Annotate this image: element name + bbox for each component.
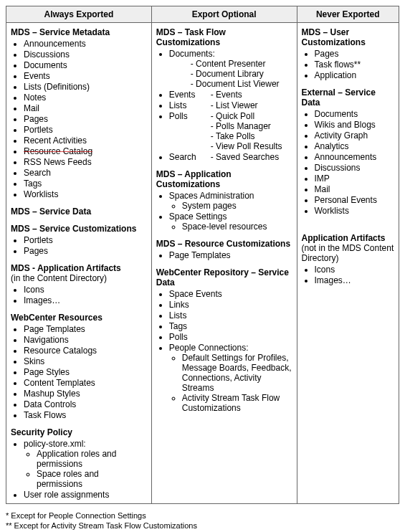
col-optional: MDS – Task Flow Customizations Documents… bbox=[151, 23, 297, 504]
list-item: Activity Graph bbox=[315, 130, 395, 141]
list-item: Personal Events bbox=[315, 195, 395, 205]
list-item: Pages bbox=[24, 114, 147, 124]
list-item: Polls bbox=[169, 332, 292, 342]
list-item: Polls Quick Poll Polls Manager Take Poll… bbox=[169, 111, 292, 151]
list-item: Portlets bbox=[24, 235, 147, 245]
header-optional: Export Optional bbox=[151, 6, 297, 23]
section-title: MDS – Task Flow Customizations bbox=[156, 27, 292, 47]
list-item: Announcements bbox=[315, 152, 395, 162]
list-item: Task Flows bbox=[24, 410, 147, 420]
list-item: policy-store.xml: Application roles and … bbox=[24, 439, 147, 489]
list-item: Lists (Definitions) bbox=[24, 82, 147, 92]
sub-item: Content Presenter bbox=[191, 59, 292, 69]
list: Portlets Pages bbox=[24, 235, 147, 256]
list-item: Resource Catalog bbox=[24, 146, 147, 156]
list-item: Task flows** bbox=[315, 60, 395, 70]
list-item: Icons bbox=[315, 265, 395, 275]
list-item: Space Settings Space-level resources bbox=[169, 212, 292, 232]
sub-item: Space roles and permissions bbox=[37, 469, 147, 489]
list-item: Lists bbox=[169, 310, 292, 320]
section-title: WebCenter Resources bbox=[11, 313, 147, 323]
list: Space Events Links Lists Tags Polls Peop… bbox=[169, 289, 292, 413]
list-item: IMP bbox=[315, 174, 395, 184]
list-item: Pages bbox=[24, 246, 147, 256]
footnote: ** Except for Activity Stream Task Flow … bbox=[6, 521, 399, 530]
sub-item: Default Settings for Profiles, Message B… bbox=[182, 353, 292, 393]
list-item: Images… bbox=[315, 275, 395, 285]
list-item: Events Events bbox=[169, 90, 292, 100]
footnotes: * Except for People Connection Settings … bbox=[6, 511, 399, 530]
header-always: Always Exported bbox=[6, 6, 152, 23]
list-item: Icons bbox=[24, 285, 147, 295]
list: policy-store.xml: Application roles and … bbox=[24, 439, 147, 500]
list-item: People Connections: Default Settings for… bbox=[169, 343, 292, 413]
sub-item: Application roles and permissions bbox=[37, 449, 147, 469]
list-item: Lists List Viewer bbox=[169, 100, 292, 110]
list-item: Resource Catalogs bbox=[24, 346, 147, 356]
section-title: MDS – Service Metadata bbox=[11, 27, 147, 37]
list: Page Templates Navigations Resource Cata… bbox=[24, 324, 147, 420]
list-item: Tags bbox=[169, 321, 292, 331]
section-title: Security Policy bbox=[11, 427, 147, 437]
list: Announcements Discussions Documents Even… bbox=[24, 39, 147, 199]
list-item: Documents bbox=[315, 109, 395, 119]
list-item: Notes bbox=[24, 92, 147, 103]
list-item: Page Styles bbox=[24, 367, 147, 377]
list-item: Images… bbox=[24, 295, 147, 305]
sub-item: Document Library bbox=[191, 69, 292, 79]
list-item: Mail bbox=[315, 184, 395, 194]
sub-item: Activity Stream Task Flow Customizations bbox=[182, 393, 292, 413]
sub-item: Space-level resources bbox=[182, 222, 292, 232]
section-title: WebCenter Repository – Service Data bbox=[156, 267, 292, 288]
list-item: Mashup Styles bbox=[24, 389, 147, 399]
list-item: Application bbox=[315, 70, 395, 80]
footnote: * Except for People Connection Settings bbox=[6, 511, 399, 520]
section-title: External – Service Data bbox=[302, 87, 395, 108]
list-item: Space Events bbox=[169, 289, 292, 299]
list-item: Worklists bbox=[315, 206, 395, 216]
sub-item: Document List Viewer bbox=[191, 79, 292, 89]
section-title: MDS – Resource Customizations bbox=[156, 239, 292, 249]
section-title: Application Artifacts (not in the MDS Co… bbox=[302, 233, 395, 263]
list-item: Tags bbox=[24, 179, 147, 189]
list-item: Wikis and Blogs bbox=[315, 120, 395, 130]
list: Icons Images… bbox=[315, 265, 395, 285]
section-title: MDS – User Customizations bbox=[302, 27, 395, 47]
list-item: Search bbox=[24, 168, 147, 178]
section-title: MDS – Service Customizations bbox=[11, 224, 147, 234]
header-never: Never Exported bbox=[297, 6, 399, 23]
col-always: MDS – Service Metadata Announcements Dis… bbox=[6, 23, 152, 504]
col-never: MDS – User Customizations Pages Task flo… bbox=[297, 23, 399, 504]
list-item: User role assignments bbox=[24, 490, 147, 500]
list-item: Discussions bbox=[24, 49, 147, 60]
list: Documents Wikis and Blogs Activity Graph… bbox=[315, 109, 395, 216]
list-item: Spaces Administration System pages bbox=[169, 191, 292, 211]
list-item: Skins bbox=[24, 356, 147, 366]
list: Page Templates bbox=[169, 250, 292, 260]
list-item: Announcements bbox=[24, 39, 147, 49]
list-item: Page Templates bbox=[24, 324, 147, 334]
list-item: Discussions bbox=[315, 163, 395, 173]
list-item: Page Templates bbox=[169, 250, 292, 260]
section-title: MDS – Service Data bbox=[11, 206, 147, 217]
section-title: MDS – Application Customizations bbox=[156, 169, 292, 189]
list: Icons Images… bbox=[24, 285, 147, 305]
section-title: MDS - Application Artifacts (in the Cont… bbox=[11, 263, 147, 283]
list: Pages Task flows** Application bbox=[315, 49, 395, 80]
list-item: Portlets bbox=[24, 125, 147, 135]
sub-item: System pages bbox=[182, 201, 292, 211]
list: Spaces Administration System pages Space… bbox=[169, 191, 292, 232]
list-item: RSS News Feeds bbox=[24, 157, 147, 167]
list-item: Search Saved Searches bbox=[169, 152, 292, 162]
list-item: Links bbox=[169, 300, 292, 310]
list-item: Pages bbox=[315, 49, 395, 59]
list-item: Documents bbox=[24, 60, 147, 70]
list-item: Navigations bbox=[24, 335, 147, 345]
list: Documents: Content Presenter Document Li… bbox=[169, 49, 292, 162]
list-item: Content Templates bbox=[24, 378, 147, 388]
list-item: Worklists bbox=[24, 189, 147, 199]
list-item: Events bbox=[24, 71, 147, 81]
list-item: Recent Activities bbox=[24, 136, 147, 146]
export-table: Always Exported Export Optional Never Ex… bbox=[6, 6, 399, 504]
list-item: Documents: Content Presenter Document Li… bbox=[169, 49, 292, 89]
